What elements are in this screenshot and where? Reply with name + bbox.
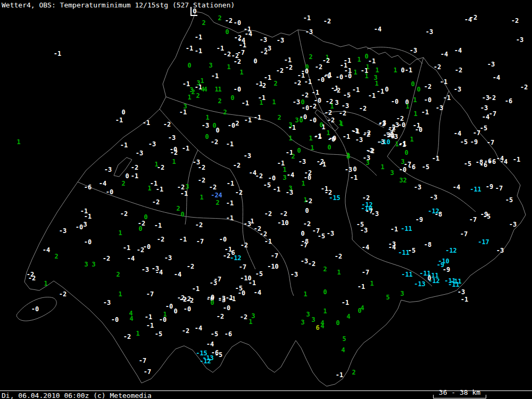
station-value: -1: [226, 215, 234, 221]
station-value: -5: [211, 331, 218, 337]
station-value: -2: [209, 184, 217, 190]
station-value: 1: [337, 269, 340, 276]
station-value: 1: [205, 114, 209, 121]
station-value: 0: [138, 226, 142, 232]
station-value: -0: [391, 98, 398, 105]
station-value: 1: [353, 69, 357, 76]
station-value: -1: [195, 34, 202, 40]
station-value: -0: [106, 189, 113, 195]
station-value: 0: [404, 149, 408, 156]
station-value: -0: [398, 122, 405, 128]
station-value: -2: [339, 110, 346, 117]
station-value: -3: [290, 271, 298, 278]
station-value: -1: [228, 296, 236, 302]
station-value: -4: [374, 26, 381, 32]
station-value: -7: [139, 358, 146, 364]
station-value: -2: [325, 110, 332, 116]
station-value: -1: [145, 314, 152, 320]
station-value: -3: [218, 297, 226, 303]
station-value: -1: [390, 226, 398, 232]
station-value: 1: [375, 67, 379, 73]
station-value: -11: [401, 226, 412, 232]
station-value: -2: [359, 105, 367, 112]
station-value: -2: [240, 314, 247, 320]
station-value: -3: [360, 227, 368, 234]
station-value: -2: [195, 222, 203, 228]
station-value: -2: [233, 162, 240, 169]
station-value: -1: [226, 200, 234, 206]
station-value: 0: [205, 134, 209, 140]
station-value: -1: [84, 213, 92, 220]
station-value: 0: [225, 29, 229, 35]
station-value: 3: [306, 311, 310, 318]
station-value: -2: [264, 211, 272, 217]
station-value: 0: [121, 109, 125, 115]
station-value: -1: [143, 120, 150, 126]
station-value: -1: [336, 372, 343, 378]
station-value: 0: [305, 207, 309, 214]
station-value: -2: [520, 84, 528, 90]
station-value: 1: [118, 230, 122, 236]
station-value: -1: [440, 79, 447, 85]
timestamp-label: Di, 06.04.2010 06:00z (c) Meteomedia: [2, 392, 152, 399]
window-title: Wetter4, OBS: Temperaturminimum 12/15stg…: [2, 1, 235, 9]
station-value: -2: [163, 121, 171, 128]
station-value: -1: [461, 296, 468, 303]
station-value: 0: [125, 173, 129, 179]
station-value: -2: [240, 242, 248, 248]
station-value: -1: [314, 134, 321, 140]
station-value: 2: [215, 200, 219, 206]
station-value: 2: [309, 54, 312, 60]
station-value: -4: [195, 325, 202, 331]
cursor-artifact[interactable]: 0: [190, 7, 197, 16]
station-value: -1: [331, 85, 338, 92]
station-value: -0: [309, 117, 317, 123]
station-value: -4: [500, 159, 508, 165]
station-value: -10: [267, 263, 279, 270]
station-value: 2: [191, 89, 195, 95]
station-value: -3: [454, 86, 461, 93]
station-value: 0: [336, 320, 339, 326]
station-value: -1: [358, 284, 365, 290]
station-value: -0: [234, 20, 241, 26]
station-value: -2: [211, 139, 218, 145]
station-value: -1: [368, 93, 376, 99]
station-value: -2: [335, 253, 342, 260]
station-value: -1: [443, 95, 451, 101]
station-value: -3: [345, 167, 352, 173]
station-value: -1: [195, 48, 202, 54]
station-value: -2: [276, 68, 284, 74]
station-value: -8: [435, 211, 442, 218]
station-value: -1: [131, 173, 138, 179]
station-value: -3: [426, 29, 433, 35]
station-value: -4: [454, 130, 461, 137]
station-value: -1: [156, 186, 163, 193]
station-value: -7: [473, 130, 480, 136]
station-value: -11: [398, 250, 410, 256]
station-value: 1: [413, 111, 417, 117]
station-value: 1: [136, 330, 139, 337]
station-value: -5: [480, 125, 487, 131]
station-value: -6: [488, 159, 496, 165]
station-value: 1: [405, 103, 409, 110]
station-value: -0: [300, 114, 307, 120]
station-value: -15: [329, 195, 340, 201]
station-value: -5: [155, 331, 162, 337]
station-value: 0: [301, 230, 304, 237]
station-value: 2: [121, 180, 125, 187]
station-value: -7: [495, 185, 503, 192]
station-value: -2: [327, 117, 335, 123]
station-value: 1: [309, 135, 312, 142]
station-value: -8: [424, 242, 431, 248]
station-value: -0: [234, 86, 241, 93]
station-value: -0: [76, 224, 83, 230]
station-value: -1: [182, 81, 190, 87]
station-value: -3: [142, 267, 149, 273]
station-value: -6: [480, 162, 487, 168]
station-value: -3: [436, 105, 443, 111]
station-value: 1: [301, 180, 305, 187]
station-value: -1: [227, 180, 234, 187]
station-value: -0: [165, 303, 173, 310]
station-value: -1: [146, 322, 154, 329]
station-value: 1: [370, 280, 373, 287]
